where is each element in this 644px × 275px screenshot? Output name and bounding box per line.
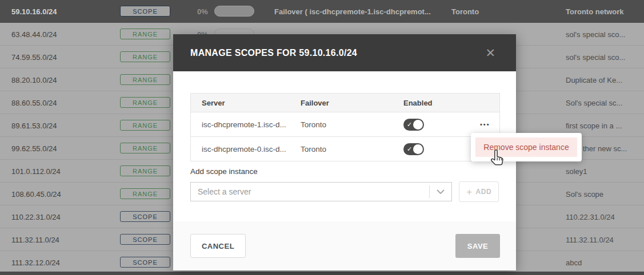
subnet-cell: 59.10.16.0/24 (11, 7, 57, 16)
utilization-bar (214, 6, 254, 17)
description-cell: first scope in a ... (566, 122, 622, 130)
subnet-cell: 89.61.53.0/24 (11, 122, 57, 130)
utilization-percent: 0% (197, 7, 208, 16)
save-button[interactable]: SAVE (455, 234, 500, 258)
scope-table-header: Server Failover Enabled (191, 94, 499, 112)
description-cell: Toronto network (566, 7, 624, 16)
server-select-placeholder: Select a server (198, 187, 251, 196)
manage-scopes-modal: MANAGE SCOPES FOR 59.10.16.0/24 ✕ Server… (173, 34, 516, 270)
server-cell: isc-dhcpremote-0.isc-d... (202, 145, 301, 153)
plus-icon: + (466, 187, 472, 197)
toggle-knob (413, 144, 423, 154)
subnet-cell: 99.62.55.0/24 (11, 144, 57, 153)
cancel-button[interactable]: CANCEL (190, 234, 246, 258)
type-badge: RANGE (120, 97, 170, 108)
type-badge: RANGE (120, 51, 170, 62)
subnet-cell: 110.22.31.0/24 (11, 213, 61, 221)
type-badge: RANGE (120, 188, 170, 199)
check-icon: ✓ (407, 121, 412, 128)
subnet-cell: 111.32.11.0/24 (11, 236, 59, 244)
modal-title: MANAGE SCOPES FOR 59.10.16.0/24 (190, 48, 357, 58)
subnet-cell: 63.48.44.0/24 (11, 30, 57, 39)
failover-cell: Toronto (301, 120, 403, 129)
type-badge: RANGE (120, 143, 170, 153)
chevron-down-icon[interactable] (430, 189, 451, 195)
type-badge: RANGE (120, 120, 170, 131)
column-header-failover: Failover (301, 99, 403, 107)
add-button-label: ADD (476, 188, 492, 196)
enabled-toggle[interactable]: ✓ (403, 119, 424, 131)
remove-scope-instance-item[interactable]: Remove scope instance (475, 138, 577, 157)
add-scope-instance-label: Add scope instance (190, 167, 499, 176)
description-cell: sol's special sco... (566, 53, 625, 62)
modal-footer: CANCEL SAVE (173, 221, 516, 270)
type-badge: RANGE (120, 74, 170, 85)
add-button[interactable]: + ADD (459, 181, 499, 202)
type-badge: RANGE (120, 165, 170, 176)
description-cell: Sol's scope (566, 190, 603, 199)
scope-instance-row: isc-dhcpremote-0.isc-d...Toronto✓••• (191, 137, 499, 161)
type-badge: RANGE (120, 29, 170, 39)
subnet-cell: 88.60.55.0/24 (11, 99, 57, 107)
type-badge: SCOPE (120, 211, 170, 222)
check-icon: ✓ (407, 145, 412, 153)
ellipsis-icon[interactable]: ••• (480, 121, 501, 128)
subnet-cell: 111.32.12.0/24 (11, 258, 60, 267)
type-badge: SCOPE (120, 6, 170, 17)
description-cell: abcd (566, 258, 582, 267)
modal-header: MANAGE SCOPES FOR 59.10.16.0/24 ✕ (173, 34, 516, 71)
type-badge: SCOPE (120, 257, 170, 268)
subnet-cell: 88.20.10.0/24 (11, 76, 57, 84)
description-cell: sol's special sco... (566, 30, 625, 39)
scope-instances-table: Server Failover Enabled isc-dhcpremote-1… (190, 93, 500, 161)
toggle-knob (413, 120, 423, 130)
description-cell: 110.22.31.0/24 (566, 213, 615, 221)
close-icon[interactable]: ✕ (485, 47, 495, 59)
scope-instance-row: isc-dhcpremote-1.isc-d...Toronto✓••• (191, 112, 499, 137)
description-cell: Sol's special sc... (566, 99, 622, 107)
row-context-menu: Remove scope instance (471, 133, 582, 161)
description-cell: 111.32.11.0/24 (566, 236, 614, 244)
column-header-enabled: Enabled (403, 99, 480, 107)
description-cell: ther new sc... (583, 144, 627, 153)
server-select[interactable]: Select a server (190, 182, 452, 201)
column-header-server: Server (202, 99, 301, 107)
failover-cell: Failover ( isc-dhcpremote-1.isc-dhcpremo… (274, 7, 431, 16)
table-bottom-edge (0, 272, 644, 275)
site-cell: Toronto (451, 7, 479, 16)
enabled-toggle[interactable]: ✓ (403, 143, 424, 155)
modal-body: Server Failover Enabled isc-dhcpremote-1… (173, 71, 516, 221)
type-badge: SCOPE (120, 234, 170, 245)
description-cell: Duplicate of Ke... (566, 76, 622, 84)
subnet-cell: 108.60.45.0/24 (11, 190, 61, 199)
subnet-cell: 74.59.55.0/24 (11, 53, 57, 62)
description-cell: soley1 (566, 167, 587, 176)
server-cell: isc-dhcpremote-1.isc-d... (202, 120, 301, 129)
failover-cell: Toronto (301, 145, 403, 153)
table-row[interactable]: 59.10.16.0/24SCOPE0%Failover ( isc-dhcpr… (0, 0, 644, 23)
subnet-cell: 101.0.112.0/24 (11, 167, 61, 176)
